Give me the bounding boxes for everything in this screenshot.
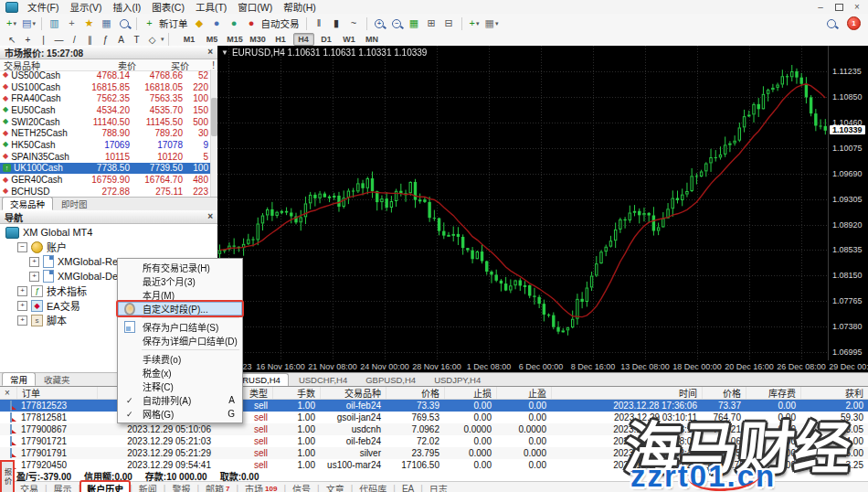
- dropdown-arrow-icon[interactable]: ▾: [476, 20, 480, 27]
- chart-tab-usdjpy-h4[interactable]: USDJPY,H4: [426, 373, 489, 387]
- dropdown-arrow-icon[interactable]: ▾: [32, 20, 36, 27]
- chart-menu-icon[interactable]: ▼: [221, 48, 228, 57]
- navigator-icon[interactable]: ★: [81, 16, 97, 31]
- timeframe-h1[interactable]: H1: [270, 33, 291, 46]
- line-chart-icon[interactable]: ~: [346, 16, 362, 31]
- zoom-in-icon[interactable]: +: [372, 16, 387, 31]
- terminal-close-icon[interactable]: ×: [0, 387, 16, 399]
- dropdown-arrow-icon[interactable]: ▾: [161, 36, 164, 43]
- profiles-icon[interactable]: ▤▾: [21, 16, 37, 31]
- shapes-tool-icon[interactable]: ◇: [145, 34, 159, 45]
- market-watch-row[interactable]: ◆US100Cash16815.8516818.05220: [0, 81, 211, 93]
- label-tool-icon[interactable]: T: [130, 34, 143, 45]
- history-col-8[interactable]: 时间: [551, 387, 702, 399]
- autotrading-label[interactable]: 自动交易: [261, 16, 300, 30]
- context-menu-item[interactable]: 保存为户口结单(S): [118, 320, 242, 334]
- market-watch-row[interactable]: ◆US500Cash4768.144768.6652: [0, 70, 211, 81]
- menu-help[interactable]: 帮助(H): [278, 0, 322, 14]
- terminal-tab-0[interactable]: 交易: [15, 482, 44, 492]
- chart-tab-usdchf-h4[interactable]: USDCHF,H4: [291, 373, 355, 387]
- context-menu-item[interactable]: 所有交易记录(H): [118, 261, 242, 274]
- context-menu-item[interactable]: 税金(x): [118, 366, 242, 380]
- bar-chart-icon[interactable]: ‖: [312, 16, 327, 31]
- market-watch-row[interactable]: ◆SWI20Cash11140.5011145.50500: [0, 116, 211, 128]
- terminal-tab-3[interactable]: 新闻: [133, 482, 163, 492]
- market-watch-close-icon[interactable]: ×: [207, 48, 213, 57]
- context-menu-item[interactable]: 保存为详细户口结单(D): [118, 334, 242, 348]
- channel-tool-icon[interactable]: ∥: [83, 34, 97, 45]
- cursor-tool-icon[interactable]: ↖: [5, 34, 19, 45]
- timeframe-m30[interactable]: M30: [248, 33, 269, 46]
- terminal-tab-7[interactable]: 信号: [287, 482, 316, 492]
- close-button[interactable]: ×: [852, 2, 863, 12]
- navigator-tab-1[interactable]: 收藏夹: [36, 372, 79, 386]
- tree-item[interactable]: −账户: [0, 240, 217, 254]
- terminal-tab-10[interactable]: EA: [397, 484, 419, 492]
- timeframe-mn[interactable]: MN: [362, 33, 383, 46]
- zoom-out-icon[interactable]: −: [389, 16, 405, 31]
- indicators-dropdown-icon[interactable]: +▾: [467, 16, 482, 31]
- horizontal-line-tool-icon[interactable]: —: [52, 34, 66, 45]
- history-col-6[interactable]: 止损: [444, 387, 496, 399]
- terminal-tab-6[interactable]: 市场109: [239, 482, 282, 492]
- arrange-horizontal-icon[interactable]: ⊞: [424, 16, 439, 31]
- arrange-vertical-icon[interactable]: ⊟: [441, 16, 457, 31]
- expand-icon[interactable]: +: [29, 257, 39, 267]
- tree-item[interactable]: XM Global MT4: [0, 225, 217, 240]
- timeframe-m5[interactable]: M5: [202, 33, 223, 46]
- expand-icon[interactable]: +: [29, 272, 39, 282]
- navigator-close-icon[interactable]: ×: [207, 212, 213, 221]
- context-menu-item[interactable]: 注释(C): [118, 380, 242, 393]
- expand-icon[interactable]: +: [17, 301, 27, 311]
- context-menu-item[interactable]: 手续费(o): [118, 352, 242, 366]
- history-col-11[interactable]: 获利: [800, 387, 868, 399]
- context-menu-item[interactable]: ✓自动排列(A)A: [118, 393, 242, 407]
- terminal-tab-5[interactable]: 邮箱7: [200, 482, 235, 492]
- trendline-tool-icon[interactable]: /: [68, 34, 81, 45]
- autotrading-icon[interactable]: ●: [244, 16, 259, 31]
- data-window-icon[interactable]: +: [64, 16, 79, 31]
- text-tool-icon[interactable]: A: [114, 34, 128, 45]
- metaeditor-icon[interactable]: ◆: [192, 16, 207, 31]
- expand-icon[interactable]: +: [17, 286, 27, 296]
- minimize-button[interactable]: –: [815, 2, 826, 12]
- menu-charts[interactable]: 图表(C): [146, 0, 190, 14]
- timeframe-m1[interactable]: M1: [179, 33, 200, 46]
- context-menu-item[interactable]: 本月(M): [118, 288, 242, 302]
- search-icon[interactable]: [823, 16, 839, 31]
- market-watch-row[interactable]: ◆BCHUSD272.88275.11223: [0, 186, 211, 198]
- timeframe-m15[interactable]: M15: [225, 33, 246, 46]
- new-order-icon[interactable]: +: [142, 16, 157, 31]
- fibonacci-tool-icon[interactable]: ƒ: [99, 34, 112, 45]
- chart-tab-gbpusd-h4[interactable]: GBPUSD,H4: [357, 373, 424, 387]
- market-watch-row[interactable]: ◆GER40Cash16759.9016764.70480: [0, 174, 211, 186]
- context-menu-item[interactable]: ✓网格(G)G: [118, 407, 242, 421]
- context-menu-item[interactable]: 最近3个月(3): [118, 274, 242, 288]
- dropdown-arrow-icon[interactable]: ▾: [495, 20, 499, 27]
- strategy-tester-icon[interactable]: [116, 16, 132, 31]
- menu-insert[interactable]: 插入(I): [107, 0, 146, 14]
- time-axis[interactable]: 14 Nov 202316 Nov 16:0021 Nov 08:0024 No…: [217, 360, 868, 372]
- menu-window[interactable]: 窗口(W): [232, 0, 278, 14]
- terminal-panel-icon[interactable]: ▦: [99, 16, 114, 31]
- history-col-0[interactable]: 订单: [16, 387, 97, 399]
- new-chart-icon[interactable]: +▾: [4, 16, 19, 31]
- market-watch-row[interactable]: ◆NETH25Cash788.90789.2030: [0, 127, 211, 139]
- notifications-icon[interactable]: 1: [847, 16, 861, 30]
- chart-area[interactable]: ▼ EURUSD,H4 1.10631 1.10631 1.10331 1.10…: [217, 46, 868, 372]
- dropdown-arrow-icon[interactable]: ▾: [13, 20, 16, 27]
- menu-file[interactable]: 文件(F): [22, 0, 64, 14]
- terminal-tab-8[interactable]: 文章: [321, 482, 350, 492]
- vertical-line-tool-icon[interactable]: |: [37, 34, 50, 45]
- market-watch-row[interactable]: ◆HK50Cash17069170789: [0, 139, 211, 151]
- history-col-10[interactable]: 库存费: [746, 387, 800, 399]
- collapse-icon[interactable]: −: [17, 242, 27, 252]
- new-order-label[interactable]: 新订单: [159, 16, 188, 30]
- web-icon[interactable]: ●: [227, 16, 242, 31]
- history-col-7[interactable]: 止盈: [496, 387, 551, 399]
- history-col-9[interactable]: 价格: [702, 387, 746, 399]
- market-watch-icon[interactable]: ▥: [47, 16, 62, 31]
- market-watch-scrollbar[interactable]: [210, 70, 217, 198]
- terminal-tab-1[interactable]: 展示: [48, 482, 78, 492]
- experts-icon[interactable]: ●: [209, 16, 225, 31]
